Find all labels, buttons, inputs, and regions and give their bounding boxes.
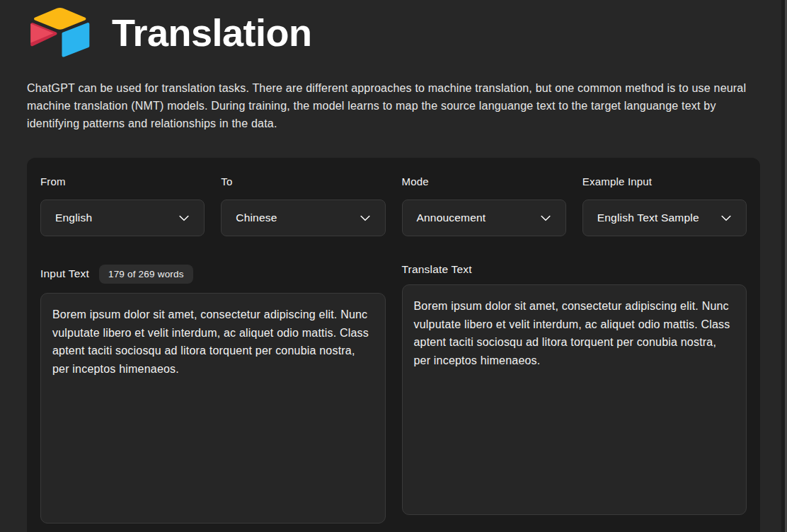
to-dropdown-value: Chinese [236,212,277,224]
input-textarea[interactable]: Borem ipsum dolor sit amet, consectetur … [40,293,386,524]
translate-textarea[interactable]: Borem ipsum dolor sit amet, consectetur … [402,284,747,515]
translate-column: Translate Text Borem ipsum dolor sit ame… [402,263,747,524]
chevron-down-icon [177,211,191,225]
to-label: To [221,175,385,187]
logo-right-face [62,23,89,57]
input-text-label: Input Text [40,267,89,280]
vertical-scrollbar[interactable] [781,0,787,532]
mode-label: Mode [402,175,566,187]
example-input-dropdown[interactable]: English Text Sample [582,200,747,236]
translate-label-row: Translate Text [402,263,747,276]
logo-top-face [34,8,86,30]
translate-text-label: Translate Text [402,263,472,276]
input-column: Input Text 179 of 269 words Borem ipsum … [40,263,386,524]
translation-card: From English To Chinese Mode Annoucement [27,158,760,532]
example-input-label: Example Input [582,175,747,187]
control-example-input: Example Input English Text Sample [582,175,747,236]
chevron-down-icon [719,211,733,225]
chevron-down-icon [358,211,372,225]
control-from: From English [40,175,205,236]
from-dropdown[interactable]: English [40,200,205,236]
to-dropdown[interactable]: Chinese [221,200,385,236]
mode-dropdown[interactable]: Annoucement [402,200,566,236]
page-title: Translation [112,13,312,52]
from-label: From [40,175,205,187]
word-count-badge: 179 of 269 words [99,265,193,284]
airtable-logo-icon [27,4,93,61]
controls-row: From English To Chinese Mode Annoucement [40,175,747,236]
intro-description: ChatGPT can be used for translation task… [27,79,760,132]
example-input-dropdown-value: English Text Sample [597,212,699,224]
chevron-down-icon [539,211,553,225]
input-label-row: Input Text 179 of 269 words [40,263,386,284]
control-to: To Chinese [221,175,385,236]
page-header: Translation [27,0,760,61]
mode-dropdown-value: Annoucement [417,212,486,224]
translation-page: Translation ChatGPT can be used for tran… [0,0,787,532]
editors-row: Input Text 179 of 269 words Borem ipsum … [40,263,747,524]
from-dropdown-value: English [55,212,92,224]
control-mode: Mode Annoucement [402,175,566,236]
